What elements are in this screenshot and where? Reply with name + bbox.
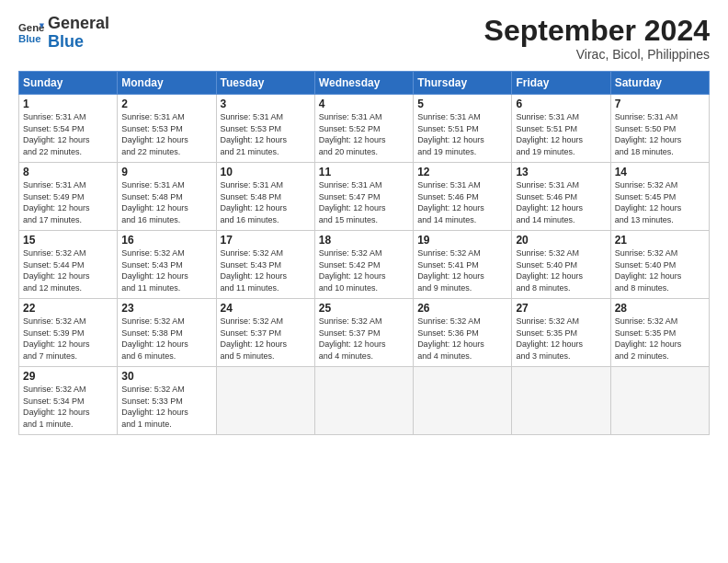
- day-info: Sunrise: 5:32 AM Sunset: 5:40 PM Dayligh…: [615, 247, 705, 293]
- day-info: Sunrise: 5:31 AM Sunset: 5:48 PM Dayligh…: [121, 179, 211, 225]
- table-row: 10Sunrise: 5:31 AM Sunset: 5:48 PM Dayli…: [216, 163, 314, 231]
- day-info: Sunrise: 5:32 AM Sunset: 5:35 PM Dayligh…: [615, 316, 705, 362]
- day-info: Sunrise: 5:32 AM Sunset: 5:34 PM Dayligh…: [23, 384, 113, 430]
- day-number: 12: [417, 166, 507, 178]
- table-row: 14Sunrise: 5:32 AM Sunset: 5:45 PM Dayli…: [610, 163, 709, 231]
- col-monday: Monday: [118, 72, 216, 95]
- page: General Blue General Blue September 2024…: [0, 0, 728, 563]
- table-row: 25Sunrise: 5:32 AM Sunset: 5:37 PM Dayli…: [314, 299, 413, 367]
- table-row: 12Sunrise: 5:31 AM Sunset: 5:46 PM Dayli…: [414, 163, 512, 231]
- day-number: 28: [615, 302, 705, 315]
- day-info: Sunrise: 5:32 AM Sunset: 5:40 PM Dayligh…: [516, 247, 606, 293]
- calendar-week-row: 29Sunrise: 5:32 AM Sunset: 5:34 PM Dayli…: [19, 367, 710, 435]
- table-row: 9Sunrise: 5:31 AM Sunset: 5:48 PM Daylig…: [118, 163, 216, 231]
- table-row: [314, 367, 413, 435]
- day-info: Sunrise: 5:31 AM Sunset: 5:47 PM Dayligh…: [319, 179, 409, 225]
- day-info: Sunrise: 5:32 AM Sunset: 5:44 PM Dayligh…: [23, 247, 113, 293]
- col-wednesday: Wednesday: [314, 72, 413, 95]
- table-row: 20Sunrise: 5:32 AM Sunset: 5:40 PM Dayli…: [512, 231, 610, 299]
- table-row: 26Sunrise: 5:32 AM Sunset: 5:36 PM Dayli…: [414, 299, 512, 367]
- day-number: 14: [615, 166, 705, 178]
- logo-blue-text: Blue: [48, 33, 109, 52]
- logo-general-text: General: [48, 15, 109, 33]
- table-row: 27Sunrise: 5:32 AM Sunset: 5:35 PM Dayli…: [512, 299, 610, 367]
- day-number: 15: [23, 234, 113, 247]
- table-row: [512, 367, 610, 435]
- day-number: 7: [615, 98, 705, 110]
- logo: General Blue General Blue: [18, 15, 109, 52]
- table-row: 6Sunrise: 5:31 AM Sunset: 5:51 PM Daylig…: [512, 95, 610, 163]
- table-row: 2Sunrise: 5:31 AM Sunset: 5:53 PM Daylig…: [118, 95, 216, 163]
- generalblue-logo-icon: General Blue: [18, 20, 44, 46]
- day-info: Sunrise: 5:32 AM Sunset: 5:41 PM Dayligh…: [417, 247, 507, 293]
- day-info: Sunrise: 5:31 AM Sunset: 5:49 PM Dayligh…: [23, 179, 113, 225]
- table-row: 13Sunrise: 5:31 AM Sunset: 5:46 PM Dayli…: [512, 163, 610, 231]
- day-number: 29: [23, 370, 113, 383]
- table-row: 17Sunrise: 5:32 AM Sunset: 5:43 PM Dayli…: [216, 231, 314, 299]
- table-row: 24Sunrise: 5:32 AM Sunset: 5:37 PM Dayli…: [216, 299, 314, 367]
- col-saturday: Saturday: [610, 72, 709, 95]
- table-row: [414, 367, 512, 435]
- calendar-week-row: 15Sunrise: 5:32 AM Sunset: 5:44 PM Dayli…: [19, 231, 710, 299]
- day-info: Sunrise: 5:31 AM Sunset: 5:50 PM Dayligh…: [615, 111, 705, 157]
- day-info: Sunrise: 5:32 AM Sunset: 5:37 PM Dayligh…: [221, 316, 311, 362]
- day-number: 8: [23, 166, 113, 178]
- svg-text:Blue: Blue: [18, 32, 41, 43]
- day-info: Sunrise: 5:31 AM Sunset: 5:52 PM Dayligh…: [319, 111, 409, 157]
- table-row: 28Sunrise: 5:32 AM Sunset: 5:35 PM Dayli…: [610, 299, 709, 367]
- calendar-table: Sunday Monday Tuesday Wednesday Thursday…: [18, 71, 710, 435]
- table-row: 5Sunrise: 5:31 AM Sunset: 5:51 PM Daylig…: [414, 95, 512, 163]
- day-number: 27: [516, 302, 606, 315]
- day-number: 9: [121, 166, 211, 178]
- table-row: 3Sunrise: 5:31 AM Sunset: 5:53 PM Daylig…: [216, 95, 314, 163]
- day-info: Sunrise: 5:32 AM Sunset: 5:43 PM Dayligh…: [121, 247, 211, 293]
- table-row: 11Sunrise: 5:31 AM Sunset: 5:47 PM Dayli…: [314, 163, 413, 231]
- day-number: 23: [121, 302, 211, 315]
- table-row: 1Sunrise: 5:31 AM Sunset: 5:54 PM Daylig…: [19, 95, 118, 163]
- col-thursday: Thursday: [414, 72, 512, 95]
- table-row: 30Sunrise: 5:32 AM Sunset: 5:33 PM Dayli…: [118, 367, 216, 435]
- col-sunday: Sunday: [19, 72, 118, 95]
- day-number: 20: [516, 234, 606, 247]
- header: General Blue General Blue September 2024…: [18, 15, 710, 62]
- table-row: 23Sunrise: 5:32 AM Sunset: 5:38 PM Dayli…: [118, 299, 216, 367]
- table-row: 22Sunrise: 5:32 AM Sunset: 5:39 PM Dayli…: [19, 299, 118, 367]
- day-number: 2: [121, 98, 211, 110]
- day-number: 13: [516, 166, 606, 178]
- day-number: 4: [319, 98, 409, 110]
- day-info: Sunrise: 5:32 AM Sunset: 5:36 PM Dayligh…: [417, 316, 507, 362]
- day-number: 11: [319, 166, 409, 178]
- day-number: 18: [319, 234, 409, 247]
- day-info: Sunrise: 5:32 AM Sunset: 5:42 PM Dayligh…: [319, 247, 409, 293]
- day-info: Sunrise: 5:32 AM Sunset: 5:35 PM Dayligh…: [516, 316, 606, 362]
- day-number: 25: [319, 302, 409, 315]
- table-row: 19Sunrise: 5:32 AM Sunset: 5:41 PM Dayli…: [414, 231, 512, 299]
- calendar-header-row: Sunday Monday Tuesday Wednesday Thursday…: [19, 72, 710, 95]
- day-info: Sunrise: 5:31 AM Sunset: 5:53 PM Dayligh…: [121, 111, 211, 157]
- table-row: 29Sunrise: 5:32 AM Sunset: 5:34 PM Dayli…: [19, 367, 118, 435]
- day-number: 1: [23, 98, 113, 110]
- col-friday: Friday: [512, 72, 610, 95]
- day-info: Sunrise: 5:31 AM Sunset: 5:46 PM Dayligh…: [417, 179, 507, 225]
- day-number: 26: [417, 302, 507, 315]
- day-info: Sunrise: 5:32 AM Sunset: 5:37 PM Dayligh…: [319, 316, 409, 362]
- day-info: Sunrise: 5:31 AM Sunset: 5:46 PM Dayligh…: [516, 179, 606, 225]
- day-number: 5: [417, 98, 507, 110]
- table-row: 7Sunrise: 5:31 AM Sunset: 5:50 PM Daylig…: [610, 95, 709, 163]
- month-title: September 2024: [484, 15, 710, 47]
- day-number: 3: [221, 98, 311, 110]
- calendar-week-row: 1Sunrise: 5:31 AM Sunset: 5:54 PM Daylig…: [19, 95, 710, 163]
- day-number: 16: [121, 234, 211, 247]
- table-row: 21Sunrise: 5:32 AM Sunset: 5:40 PM Dayli…: [610, 231, 709, 299]
- calendar-week-row: 22Sunrise: 5:32 AM Sunset: 5:39 PM Dayli…: [19, 299, 710, 367]
- day-info: Sunrise: 5:31 AM Sunset: 5:54 PM Dayligh…: [23, 111, 113, 157]
- calendar-week-row: 8Sunrise: 5:31 AM Sunset: 5:49 PM Daylig…: [19, 163, 710, 231]
- day-info: Sunrise: 5:32 AM Sunset: 5:45 PM Dayligh…: [615, 179, 705, 225]
- location-subtitle: Virac, Bicol, Philippines: [484, 47, 710, 62]
- table-row: 18Sunrise: 5:32 AM Sunset: 5:42 PM Dayli…: [314, 231, 413, 299]
- day-info: Sunrise: 5:32 AM Sunset: 5:39 PM Dayligh…: [23, 316, 113, 362]
- day-info: Sunrise: 5:31 AM Sunset: 5:51 PM Dayligh…: [417, 111, 507, 157]
- table-row: 16Sunrise: 5:32 AM Sunset: 5:43 PM Dayli…: [118, 231, 216, 299]
- table-row: [610, 367, 709, 435]
- table-row: 15Sunrise: 5:32 AM Sunset: 5:44 PM Dayli…: [19, 231, 118, 299]
